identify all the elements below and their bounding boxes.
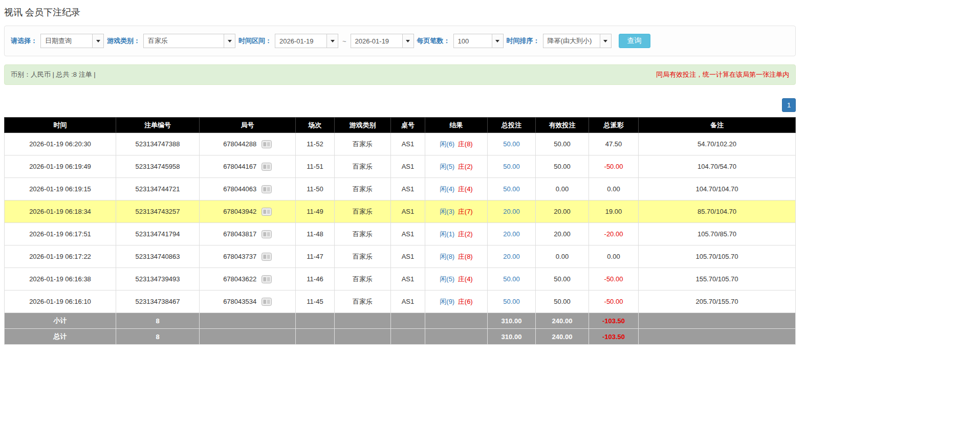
- result-banker: 庄(6): [458, 298, 473, 305]
- date-to-dropdown-button[interactable]: [402, 34, 414, 48]
- cell-payout: -50.00: [589, 291, 639, 313]
- video-replay-icon[interactable]: [262, 252, 272, 261]
- cell-bet-id: 523134744721: [116, 178, 200, 200]
- cell-session: 11-46: [296, 268, 335, 291]
- cell-result: 闲(9) 庄(6): [425, 291, 488, 313]
- game-type-combobox: [143, 34, 235, 48]
- video-replay-icon[interactable]: [262, 297, 272, 306]
- chevron-down-icon: [96, 40, 100, 42]
- col-header-result: 结果: [425, 118, 488, 133]
- page-size-input[interactable]: [453, 34, 492, 48]
- cell-table-no: AS1: [391, 246, 425, 268]
- video-replay-icon[interactable]: [262, 140, 272, 148]
- cell-session: 11-47: [296, 246, 335, 268]
- total-bet-link[interactable]: 50.00: [503, 185, 520, 193]
- grand-total-total-bet: 310.00: [488, 329, 536, 345]
- video-replay-icon[interactable]: [262, 207, 272, 216]
- total-bet-link[interactable]: 50.00: [503, 275, 520, 283]
- cell-note: 105.70/85.70: [639, 223, 796, 246]
- cell-total-bet: 50.00: [488, 268, 536, 291]
- subtotal-row: 小计 8 310.00 240.00 -103.50: [5, 313, 796, 329]
- cell-game-type: 百家乐: [335, 268, 391, 291]
- table-header: 时间 注单编号 局号 场次 游戏类别 桌号 结果 总投注 有效投注 总派彩 备注: [5, 118, 796, 133]
- total-bet-link[interactable]: 50.00: [503, 298, 520, 305]
- page-size-combobox: [453, 34, 504, 48]
- page-1-button[interactable]: 1: [782, 98, 796, 112]
- query-type-input[interactable]: [40, 34, 93, 48]
- chevron-down-icon: [495, 40, 499, 42]
- sort-order-input[interactable]: [543, 34, 600, 48]
- cell-table-no: AS1: [391, 223, 425, 246]
- cell-total-bet: 50.00: [488, 291, 536, 313]
- round-number: 678043942: [223, 208, 256, 215]
- subtotal-total-bet: 310.00: [488, 313, 536, 329]
- subtotal-valid-bet: 240.00: [536, 313, 589, 329]
- video-replay-icon[interactable]: [262, 230, 272, 238]
- video-replay-icon[interactable]: [262, 185, 272, 193]
- result-banker: 庄(8): [458, 140, 473, 148]
- date-to-combobox: [351, 34, 414, 48]
- cell-table-no: AS1: [391, 155, 425, 178]
- result-player: 闲(3): [440, 208, 454, 215]
- cell-total-bet: 50.00: [488, 133, 536, 155]
- cell-session: 11-52: [296, 133, 335, 155]
- result-banker: 庄(4): [458, 185, 473, 193]
- cell-time: 2026-01-19 06:19:15: [5, 178, 116, 200]
- cell-bet-id: 523134747388: [116, 133, 200, 155]
- query-type-dropdown-button[interactable]: [92, 34, 104, 48]
- video-replay-icon[interactable]: [262, 162, 272, 171]
- total-bet-link[interactable]: 50.00: [503, 140, 520, 148]
- cell-round: 678043622: [200, 268, 296, 291]
- cell-game-type: 百家乐: [335, 133, 391, 155]
- sort-order-combobox: [543, 34, 612, 48]
- cell-note: 105.70/105.70: [639, 246, 796, 268]
- search-button[interactable]: 查询: [619, 34, 650, 48]
- col-header-payout: 总派彩: [589, 118, 639, 133]
- cell-valid-bet: 0.00: [536, 246, 589, 268]
- page-size-dropdown-button[interactable]: [492, 34, 504, 48]
- cell-payout: -50.00: [589, 268, 639, 291]
- cell-table-no: AS1: [391, 200, 425, 223]
- summary-bar: 币别：人民币 | 总共 :8 注单 | 同局有效投注，统一计算在该局第一张注单内: [4, 64, 796, 85]
- cell-table-no: AS1: [391, 268, 425, 291]
- table-row: 2026-01-19 06:16:38 523134739493 6780436…: [5, 268, 796, 291]
- cell-time: 2026-01-19 06:17:22: [5, 246, 116, 268]
- table-row: 2026-01-19 06:20:30 523134747388 6780442…: [5, 133, 796, 155]
- date-from-input[interactable]: [275, 34, 327, 48]
- cell-result: 闲(8) 庄(8): [425, 246, 488, 268]
- cell-valid-bet: 50.00: [536, 291, 589, 313]
- cell-bet-id: 523134738467: [116, 291, 200, 313]
- cell-result: 闲(5) 庄(4): [425, 268, 488, 291]
- round-number: 678043817: [223, 230, 256, 238]
- game-type-dropdown-button[interactable]: [224, 34, 235, 48]
- cell-time: 2026-01-19 06:17:51: [5, 223, 116, 246]
- total-bet-link[interactable]: 20.00: [503, 208, 520, 215]
- total-bet-link[interactable]: 20.00: [503, 253, 520, 260]
- cell-round: 678043737: [200, 246, 296, 268]
- sort-order-dropdown-button[interactable]: [600, 34, 612, 48]
- cell-total-bet: 20.00: [488, 200, 536, 223]
- cell-time: 2026-01-19 06:19:49: [5, 155, 116, 178]
- video-replay-icon[interactable]: [262, 275, 272, 283]
- subtotal-label: 小计: [5, 313, 116, 329]
- cell-valid-bet: 20.00: [536, 200, 589, 223]
- cell-bet-id: 523134743257: [116, 200, 200, 223]
- grand-total-row: 总计 8 310.00 240.00 -103.50: [5, 329, 796, 345]
- result-player: 闲(4): [440, 185, 454, 193]
- date-to-input[interactable]: [351, 34, 403, 48]
- col-header-game-type: 游戏类别: [335, 118, 391, 133]
- total-bet-link[interactable]: 20.00: [503, 230, 520, 238]
- cell-note: 104.70/104.70: [639, 178, 796, 200]
- col-header-note: 备注: [639, 118, 796, 133]
- chevron-down-icon: [406, 40, 410, 42]
- cell-payout: -50.00: [589, 155, 639, 178]
- cell-valid-bet: 50.00: [536, 155, 589, 178]
- cell-total-bet: 20.00: [488, 246, 536, 268]
- page-root: 视讯 会员下注纪录 请选择： 游戏类别： 时间区间： ~ 每页笔数： 时间排序：: [4, 6, 796, 424]
- game-type-input[interactable]: [143, 34, 224, 48]
- date-from-dropdown-button[interactable]: [326, 34, 338, 48]
- chevron-down-icon: [603, 40, 607, 42]
- cell-round: 678044063: [200, 178, 296, 200]
- col-header-bet-id: 注单编号: [116, 118, 200, 133]
- total-bet-link[interactable]: 50.00: [503, 163, 520, 170]
